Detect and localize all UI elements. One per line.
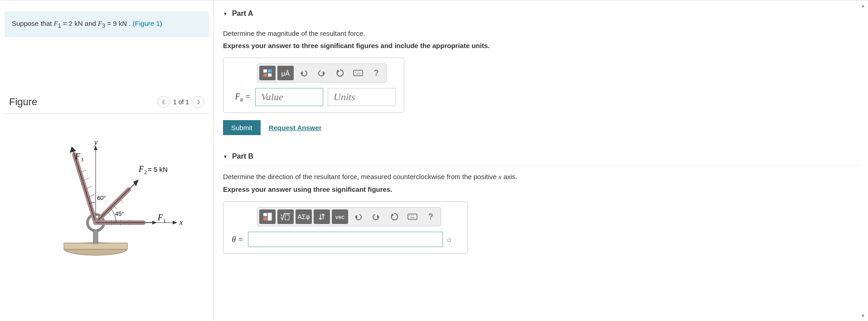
figure-link[interactable]: (Figure 1) bbox=[133, 19, 162, 27]
svg-marker-5 bbox=[94, 146, 97, 150]
svg-rect-47 bbox=[408, 214, 417, 219]
part-b-question: Determine the direction of the resultant… bbox=[223, 173, 859, 181]
greek-button[interactable]: ΑΣφ bbox=[296, 209, 312, 224]
svg-marker-46 bbox=[392, 214, 394, 217]
svg-rect-40 bbox=[268, 213, 272, 220]
sqrt-button[interactable]: x bbox=[277, 209, 294, 224]
svg-rect-27 bbox=[263, 69, 267, 73]
f1-sub-label: 1 bbox=[163, 218, 166, 224]
chevron-left-icon bbox=[162, 99, 165, 105]
svg-marker-7 bbox=[173, 221, 177, 224]
help-button[interactable]: ? bbox=[368, 66, 384, 80]
reset-button[interactable] bbox=[332, 66, 348, 80]
right-panel: ▲ ▼ ▼ Part A Determine the magnitude of … bbox=[214, 0, 868, 321]
vec-button[interactable]: vec bbox=[332, 209, 348, 224]
value-input[interactable] bbox=[255, 88, 323, 106]
y-axis-label: y bbox=[93, 138, 98, 146]
redo-icon bbox=[372, 213, 380, 220]
redo-icon bbox=[318, 69, 326, 77]
scroll-up-icon[interactable]: ▲ bbox=[861, 3, 865, 8]
problem-statement: Suppose that F1 = 2 kN and F3 = 9 kN . (… bbox=[5, 11, 209, 37]
theta-input[interactable] bbox=[248, 232, 443, 247]
chevron-right-icon bbox=[197, 99, 200, 105]
fr-label: FR = bbox=[230, 92, 251, 102]
help-button[interactable]: ? bbox=[422, 209, 439, 224]
figure-next-button[interactable] bbox=[193, 96, 204, 108]
f3-label: F bbox=[75, 152, 81, 161]
keyboard-icon bbox=[353, 70, 363, 76]
svg-rect-29 bbox=[263, 73, 267, 77]
svg-marker-16 bbox=[152, 221, 157, 224]
svg-text:x: x bbox=[281, 213, 282, 217]
undo-icon bbox=[300, 69, 308, 77]
templates-button[interactable] bbox=[259, 209, 276, 224]
part-a-question: Determine the magnitude of the resultant… bbox=[223, 29, 859, 37]
f3-eq: = 9 kN . bbox=[105, 19, 132, 27]
svg-rect-3 bbox=[93, 230, 98, 243]
f2-label: F bbox=[138, 165, 144, 174]
templates-button[interactable] bbox=[259, 66, 276, 80]
sqrt-icon: x bbox=[280, 213, 291, 221]
part-a-answer-box: μÅ ? FR = bbox=[223, 58, 404, 113]
updown-icon bbox=[318, 213, 326, 221]
reset-icon bbox=[336, 69, 344, 77]
keyboard-button[interactable] bbox=[404, 209, 421, 224]
f2-sub: 2 bbox=[144, 169, 147, 175]
degree-unit-icon bbox=[447, 238, 451, 242]
part-b-body: Determine the direction of the resultant… bbox=[223, 165, 859, 265]
figure-header: Figure 1 of 1 bbox=[5, 92, 209, 114]
units-button[interactable]: μÅ bbox=[277, 66, 294, 80]
svg-rect-30 bbox=[268, 73, 272, 77]
keyboard-icon bbox=[407, 214, 417, 220]
chevron-down-icon: ▼ bbox=[223, 154, 228, 159]
svg-rect-39 bbox=[263, 213, 267, 216]
part-b-toolbar: x ΑΣφ vec bbox=[257, 207, 441, 226]
undo-button[interactable] bbox=[296, 66, 312, 80]
figure-nav: 1 of 1 bbox=[158, 96, 204, 108]
angle-60-label: 60° bbox=[97, 195, 106, 201]
part-a-instruction: Express your answer to three significant… bbox=[223, 42, 859, 49]
f1-eq: = 2 kN and bbox=[61, 19, 98, 27]
svg-marker-33 bbox=[337, 70, 339, 73]
svg-rect-1 bbox=[64, 243, 127, 249]
figure-title: Figure bbox=[9, 96, 37, 108]
figure-count: 1 of 1 bbox=[173, 98, 189, 106]
svg-marker-13 bbox=[133, 180, 139, 186]
theta-label: θ = bbox=[230, 235, 243, 244]
chevron-down-icon: ▼ bbox=[223, 11, 228, 16]
updown-button[interactable] bbox=[314, 209, 330, 224]
reset-button[interactable] bbox=[386, 209, 402, 224]
part-a-input-row: FR = bbox=[230, 88, 398, 106]
redo-button[interactable] bbox=[368, 209, 384, 224]
x-axis-label: x bbox=[179, 219, 183, 226]
part-b-title: Part B bbox=[232, 152, 253, 160]
part-b-answer-box: x ΑΣφ vec bbox=[223, 201, 468, 254]
part-a-header[interactable]: ▼ Part A bbox=[223, 0, 859, 22]
part-a-submit-row: Submit Request Answer bbox=[223, 120, 859, 135]
f2-value: = 5 kN bbox=[148, 165, 168, 173]
units-input[interactable] bbox=[328, 88, 396, 106]
undo-button[interactable] bbox=[350, 209, 366, 224]
svg-rect-28 bbox=[268, 69, 272, 73]
left-panel: Suppose that F1 = 2 kN and F3 = 9 kN . (… bbox=[0, 0, 214, 321]
part-b-instruction: Express your answer using three signific… bbox=[223, 185, 859, 193]
submit-button[interactable]: Submit bbox=[223, 120, 261, 135]
f1-var: F bbox=[54, 20, 58, 27]
scroll-down-icon[interactable]: ▼ bbox=[861, 313, 865, 318]
request-answer-link[interactable]: Request Answer bbox=[269, 124, 322, 131]
redo-button[interactable] bbox=[314, 66, 330, 80]
keyboard-button[interactable] bbox=[350, 66, 366, 80]
figure-prev-button[interactable] bbox=[158, 96, 170, 108]
part-b-header[interactable]: ▼ Part B bbox=[223, 146, 859, 165]
part-a-toolbar: μÅ ? bbox=[257, 63, 387, 83]
svg-line-9 bbox=[73, 150, 96, 223]
templates-icon bbox=[262, 212, 272, 221]
angle-45-label: 45° bbox=[115, 210, 124, 217]
part-a-body: Determine the magnitude of the resultant… bbox=[223, 22, 859, 146]
svg-rect-34 bbox=[354, 70, 363, 76]
figure-diagram: y x F 3 F 2 = 5 kN F 1 60° bbox=[25, 123, 189, 268]
svg-rect-42 bbox=[285, 215, 289, 220]
undo-icon bbox=[354, 213, 362, 220]
problem-prefix: Suppose that bbox=[12, 19, 54, 27]
part-b-input-row: θ = bbox=[230, 232, 461, 247]
